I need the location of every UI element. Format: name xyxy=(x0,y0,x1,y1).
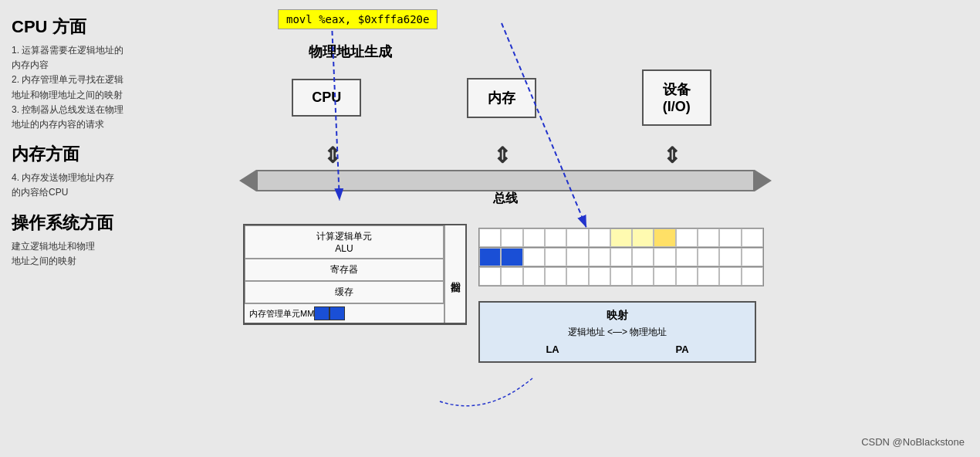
os-section-title: 操作系统方面 xyxy=(12,212,228,235)
mem-cell xyxy=(501,228,522,247)
memory-section-title: 内存方面 xyxy=(12,143,228,166)
mem-cell xyxy=(719,228,741,247)
register-cell: 寄存器 xyxy=(245,259,444,281)
mem-cell xyxy=(610,267,632,286)
mem-cell xyxy=(479,228,501,247)
mem-cell xyxy=(523,248,545,266)
mem-cell xyxy=(676,267,698,286)
memory-box: 内存 xyxy=(467,78,536,118)
left-panel: CPU 方面 1. 运算器需要在逻辑地址的内存内容 2. 内存管理单元寻找在逻辑… xyxy=(0,0,239,457)
phys-addr-label: 物理地址生成 xyxy=(309,42,392,61)
arrow-cpu: ⇕ xyxy=(323,143,341,168)
mem-cell xyxy=(698,228,719,247)
mem-cell xyxy=(698,267,719,286)
mem-cell xyxy=(610,248,632,266)
mem-cell xyxy=(676,248,698,266)
mem-cell xyxy=(742,248,763,266)
mem-cell xyxy=(566,228,588,247)
mem-cell xyxy=(698,248,719,266)
diagram-area: movl %eax, $0xfffa620e 物理地址生成 CPU 内存 设备(… xyxy=(239,0,980,457)
mapping-subtitle: 逻辑地址 <—> 物理地址 xyxy=(488,326,747,339)
memory-section-text: 4. 内存发送物理地址内存的内容给CPU xyxy=(12,171,228,200)
mem-cell xyxy=(545,267,566,286)
mem-cell xyxy=(719,248,741,266)
main-container: CPU 方面 1. 运算器需要在逻辑地址的内存内容 2. 内存管理单元寻找在逻辑… xyxy=(0,0,980,457)
device-box: 设备(I/O) xyxy=(642,69,711,126)
arrow-dev: ⇕ xyxy=(663,143,681,168)
mm-row: 内存管理单元MM xyxy=(245,303,444,323)
cache-cell: 缓存 xyxy=(245,281,444,303)
mapping-col-la: LA xyxy=(546,344,559,355)
mem-cell xyxy=(566,267,588,286)
cpu-section-title: CPU 方面 xyxy=(12,15,228,39)
mem-cell xyxy=(523,267,545,286)
mapping-title: 映射 xyxy=(488,309,747,323)
mem-cell-blue xyxy=(501,248,522,266)
cpu-detail-box: 计算逻辑单元 ALU 寄存器 缓存 内存管理单元MM 控制器 xyxy=(243,224,467,325)
bus-arrowhead-right xyxy=(755,170,772,191)
mem-cell xyxy=(632,267,654,286)
mem-cell xyxy=(742,228,763,247)
alu-name: ALU xyxy=(335,243,353,254)
mem-cell-lightyellow xyxy=(610,228,632,247)
cpu-section-text: 1. 运算器需要在逻辑地址的内存内容 2. 内存管理单元寻找在逻辑地址和物理地址… xyxy=(12,43,228,132)
bus-arrowhead-left xyxy=(239,170,256,191)
mem-cell xyxy=(545,228,566,247)
mm-blue-block2 xyxy=(329,306,345,320)
mem-cell xyxy=(654,248,675,266)
mem-cell xyxy=(589,267,610,286)
mm-blue-block1 xyxy=(314,306,329,320)
mapping-cols: LA PA xyxy=(488,344,747,355)
watermark: CSDN @NoBlackstone xyxy=(861,436,965,448)
mem-cell xyxy=(589,228,610,247)
mapping-box: 映射 逻辑地址 <—> 物理地址 LA PA xyxy=(478,301,756,363)
alu-label: 计算逻辑单元 xyxy=(316,230,372,243)
controller-label: 控制器 xyxy=(444,225,465,323)
mem-cell xyxy=(566,248,588,266)
mem-cell xyxy=(676,228,698,247)
bus-label: 总线 xyxy=(493,191,518,207)
mem-cell-yellow xyxy=(654,228,675,247)
mem-cell xyxy=(523,228,545,247)
mem-cell xyxy=(501,267,522,286)
mem-cell xyxy=(632,248,654,266)
bus-container: 总线 xyxy=(239,170,772,191)
mem-cell-lightyellow xyxy=(632,228,654,247)
bus-arrow: 总线 xyxy=(239,170,772,191)
mem-cell-blue xyxy=(479,248,501,266)
mem-cell xyxy=(545,248,566,266)
cpu-box: CPU xyxy=(292,79,361,117)
bus-line: 总线 xyxy=(256,170,755,191)
memory-grid-container xyxy=(478,228,764,286)
arrow-row: ⇕ ⇕ ⇕ xyxy=(247,143,756,168)
os-section-text: 建立逻辑地址和物理地址之间的映射 xyxy=(12,239,228,269)
mem-cell xyxy=(479,267,501,286)
alu-cell: 计算逻辑单元 ALU xyxy=(245,225,444,259)
mem-cell xyxy=(654,267,675,286)
mapping-col-pa: PA xyxy=(675,344,688,355)
code-instruction-box: movl %eax, $0xfffa620e xyxy=(278,9,438,29)
top-boxes: CPU 内存 设备(I/O) xyxy=(239,69,764,126)
mem-cell xyxy=(719,267,741,286)
mem-cell xyxy=(742,267,763,286)
mm-label: 内存管理单元MM xyxy=(249,308,314,320)
arrow-mem: ⇕ xyxy=(493,143,511,168)
mem-cell xyxy=(589,248,610,266)
